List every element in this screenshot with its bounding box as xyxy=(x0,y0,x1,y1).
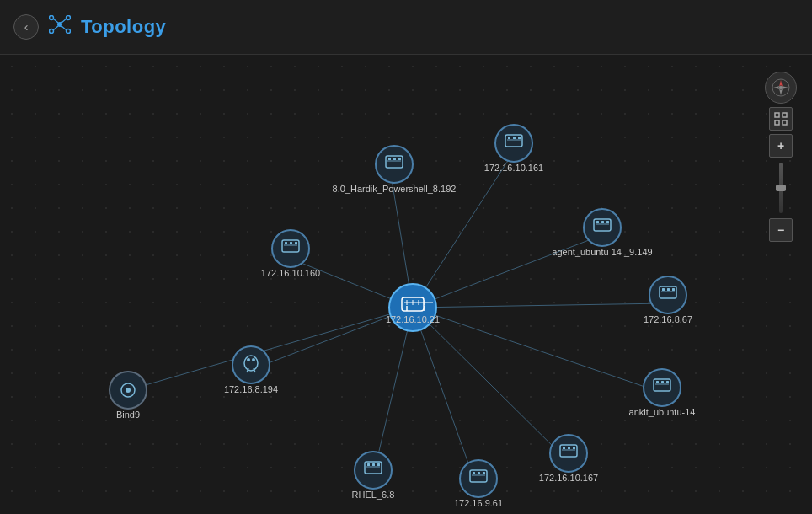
svg-rect-62 xyxy=(667,288,670,291)
topology-svg: 172.16.10.21 172.16.10.161 8.0_Hardik_Po… xyxy=(0,55,812,514)
svg-text:ankit_ubuntu-14: ankit_ubuntu-14 xyxy=(629,407,696,417)
svg-point-65 xyxy=(232,346,270,383)
svg-rect-102 xyxy=(573,447,575,449)
svg-rect-55 xyxy=(601,221,604,223)
node-172-16-10-161[interactable]: 172.16.10.161 xyxy=(484,125,543,173)
svg-point-109 xyxy=(779,86,783,89)
svg-point-74 xyxy=(126,388,131,393)
topology-icon xyxy=(49,15,71,39)
svg-point-2 xyxy=(67,16,71,20)
node-172-16-10-167[interactable]: 172.16.10.167 xyxy=(539,435,598,483)
svg-text:RHEL_6.8: RHEL_6.8 xyxy=(352,490,395,500)
svg-rect-86 xyxy=(367,463,370,466)
svg-text:172.16.10.161: 172.16.10.161 xyxy=(484,163,543,173)
svg-point-44 xyxy=(272,230,309,267)
node-agent-ubuntu14[interactable]: agent_ubuntu 14 _9.149 xyxy=(552,209,652,257)
back-icon: ‹ xyxy=(24,20,29,34)
svg-line-6 xyxy=(61,19,67,23)
svg-point-37 xyxy=(376,146,413,183)
svg-rect-93 xyxy=(473,472,475,474)
svg-marker-108 xyxy=(782,86,788,89)
topology-canvas: 172.16.10.21 172.16.10.161 8.0_Hardik_Po… xyxy=(0,55,812,514)
node-172-16-10-160[interactable]: 172.16.10.160 xyxy=(261,230,320,278)
svg-rect-87 xyxy=(372,463,375,466)
svg-text:172.16.8.194: 172.16.8.194 xyxy=(224,384,278,394)
svg-text:172.16.8.67: 172.16.8.67 xyxy=(644,314,692,324)
svg-text:172.16.10.167: 172.16.10.167 xyxy=(539,473,598,483)
svg-rect-112 xyxy=(775,120,779,125)
svg-line-17 xyxy=(373,308,413,476)
svg-line-7 xyxy=(53,26,58,30)
svg-rect-63 xyxy=(672,288,675,291)
svg-rect-81 xyxy=(666,381,669,383)
node-rhel-6-8[interactable]: RHEL_6.8 xyxy=(352,452,395,500)
svg-rect-113 xyxy=(783,120,787,125)
svg-rect-54 xyxy=(596,221,599,223)
svg-text:172.16.9.61: 172.16.9.61 xyxy=(454,498,503,508)
svg-rect-88 xyxy=(377,463,380,466)
svg-point-30 xyxy=(495,125,532,162)
svg-text:Bind9: Bind9 xyxy=(116,410,140,420)
svg-text:172.16.10.160: 172.16.10.160 xyxy=(261,268,320,278)
svg-point-20 xyxy=(389,284,436,331)
svg-rect-80 xyxy=(661,381,664,383)
svg-rect-41 xyxy=(393,158,396,160)
svg-rect-110 xyxy=(775,113,779,117)
svg-line-18 xyxy=(413,308,476,485)
zoom-in-button[interactable]: + xyxy=(769,134,793,158)
svg-point-83 xyxy=(355,452,392,489)
node-172-16-9-61[interactable]: 172.16.9.61 xyxy=(454,460,503,508)
svg-point-1 xyxy=(50,16,54,20)
svg-rect-42 xyxy=(398,158,401,160)
svg-line-9 xyxy=(413,152,514,308)
node-172-16-8-194[interactable]: 172.16.8.194 xyxy=(224,346,278,394)
header: ‹ Topology xyxy=(0,0,812,55)
svg-line-16 xyxy=(413,308,660,392)
svg-line-13 xyxy=(413,303,665,308)
svg-point-3 xyxy=(50,29,54,34)
svg-rect-79 xyxy=(656,381,659,383)
svg-rect-101 xyxy=(568,447,570,449)
svg-marker-107 xyxy=(773,86,780,89)
node-ankit-ubuntu14[interactable]: ankit_ubuntu-14 xyxy=(629,369,696,417)
fit-button[interactable] xyxy=(769,107,793,131)
svg-line-19 xyxy=(413,308,566,459)
svg-line-12 xyxy=(413,236,600,308)
svg-rect-94 xyxy=(478,472,480,474)
svg-rect-47 xyxy=(285,242,287,244)
svg-point-51 xyxy=(584,209,621,246)
svg-rect-61 xyxy=(662,288,665,291)
zoom-out-button[interactable]: − xyxy=(769,218,793,242)
svg-rect-100 xyxy=(563,447,565,449)
compass-control[interactable] xyxy=(765,72,797,104)
svg-rect-35 xyxy=(518,137,521,139)
svg-point-68 xyxy=(252,358,255,361)
svg-marker-106 xyxy=(779,88,783,95)
svg-point-4 xyxy=(67,29,71,34)
svg-marker-105 xyxy=(779,80,783,87)
svg-line-8 xyxy=(61,26,67,30)
svg-line-15 xyxy=(128,308,413,390)
svg-rect-95 xyxy=(483,472,485,474)
node-hardik-powershell[interactable]: 8.0_Hardik_Powershell_8.192 xyxy=(333,146,457,194)
svg-rect-34 xyxy=(513,137,516,139)
svg-point-76 xyxy=(644,369,681,406)
svg-rect-49 xyxy=(295,242,297,244)
node-bind9[interactable]: Bind9 xyxy=(110,372,147,420)
svg-point-90 xyxy=(460,460,497,497)
svg-rect-33 xyxy=(508,137,510,139)
svg-rect-48 xyxy=(290,242,292,244)
svg-point-97 xyxy=(550,435,587,472)
svg-rect-56 xyxy=(606,221,609,223)
zoom-slider[interactable] xyxy=(779,163,783,213)
svg-rect-111 xyxy=(783,113,787,117)
back-button[interactable]: ‹ xyxy=(13,14,39,40)
node-172-16-8-67[interactable]: 172.16.8.67 xyxy=(644,276,692,324)
svg-rect-40 xyxy=(388,158,391,160)
node-center[interactable]: 172.16.10.21 xyxy=(386,284,440,331)
svg-point-58 xyxy=(649,276,686,313)
page-title: Topology xyxy=(81,16,166,38)
map-controls: + − xyxy=(765,72,797,242)
svg-line-5 xyxy=(53,19,58,23)
svg-point-67 xyxy=(247,358,250,361)
